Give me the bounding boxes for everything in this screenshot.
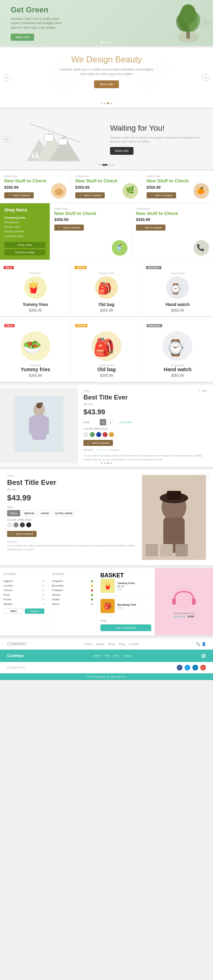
detail2-size-options: SMALL MEDIUM LARGE EXTRA LARGE xyxy=(7,510,135,516)
category-card-fries: SALE Food Item 🍟 Yummy fries $350.99 xyxy=(0,260,70,316)
email-button[interactable]: Email for today xyxy=(4,249,45,255)
fries2-image: 🥗 xyxy=(19,330,51,362)
linkedin-icon[interactable]: in xyxy=(192,665,198,670)
fries-name: Yummy fries xyxy=(3,302,67,307)
bag2-price: $350.99 xyxy=(75,374,138,377)
shop-collect-1: Collect them xyxy=(136,208,209,210)
size-s[interactable]: S xyxy=(100,419,106,425)
shop-add-basket-0[interactable]: 🛒 Add to basket xyxy=(54,224,84,231)
details-section: DETAILS ────── SUMMARY For our clients w… xyxy=(83,449,208,461)
sidebar-item-computer[interactable]: Computer parts xyxy=(4,234,45,239)
footer-nav-contact[interactable]: Contact xyxy=(129,643,139,646)
detail2-color-3[interactable] xyxy=(26,522,31,527)
detail2-color-1[interactable] xyxy=(13,522,18,527)
basket-title: BASKET xyxy=(101,572,152,579)
twitter-icon[interactable]: t xyxy=(184,665,190,670)
bag2-image: 🎒 xyxy=(91,330,122,362)
category-items-grid: SALE Food Item 🍟 Yummy fries $350.99 OFF… xyxy=(0,260,213,316)
bag-image: 🎒 xyxy=(94,275,119,300)
hero1-description: However, back over in really some projec… xyxy=(11,17,67,30)
shop-collect-0: Collect them xyxy=(54,208,127,210)
footer-nav-blog[interactable]: Blog xyxy=(119,643,125,646)
filter-appear-btn[interactable]: Appear xyxy=(25,608,45,614)
hero2-button[interactable]: More Info xyxy=(94,80,119,88)
fries2-name: Yummy fries xyxy=(4,367,66,372)
add-basket-button-2[interactable]: 🛒 Add to basket xyxy=(147,192,176,198)
sidebar-item-garden[interactable]: Garden animals xyxy=(4,229,45,234)
product-img-0 xyxy=(50,182,68,200)
footer-bar-nav-mili[interactable]: Mi Li xyxy=(114,654,120,657)
category-card-bag: OFFER School is here 🎒 Old bag $350.99 xyxy=(71,260,142,316)
googleplus-icon[interactable]: G+ xyxy=(200,665,206,670)
footer-bar-nav-wor[interactable]: Wor xyxy=(105,654,110,657)
product-card-1: Collect them New Stuff to Check $350.99 … xyxy=(71,171,142,203)
footer-nav-shop[interactable]: Shop xyxy=(108,643,115,646)
svg-rect-49 xyxy=(29,417,35,434)
color-opt-3[interactable] xyxy=(102,432,107,437)
add-basket-button-1[interactable]: 🛒 Add to basket xyxy=(75,192,105,198)
city-london: London 18 xyxy=(3,583,44,588)
hero3-prev-nav[interactable]: < xyxy=(3,136,11,143)
promo-product-label: Best headphone Best Buy $100 xyxy=(174,612,194,618)
hero3-button[interactable]: More Info xyxy=(110,147,133,155)
sidebar-item-decorations[interactable]: Decorations xyxy=(4,220,45,224)
footer-navigation: Home About Shop Blog Contact xyxy=(85,643,139,646)
detail2-add-basket-button[interactable]: 🛒 Add to basket xyxy=(7,531,37,537)
watch2-badge: SOLDOUT xyxy=(147,324,162,327)
checkout-button[interactable]: Go to checkout xyxy=(101,624,152,631)
footer-nav-home[interactable]: Home xyxy=(85,643,92,646)
city-portland: Portland xyxy=(52,588,93,593)
detail2-title: Best Title Ever xyxy=(7,478,135,487)
basket-bag-info: Backbag Chik Qty: 1 xyxy=(117,603,152,609)
detail2-details-title: DETAILS xyxy=(7,541,135,543)
shop-add-basket-1[interactable]: 🛒 Add to basket xyxy=(136,224,165,231)
chat-button[interactable]: Food chats xyxy=(4,242,45,248)
category-card-bag-2: OFFER 🎒 School is here Old bag $350.99 xyxy=(71,317,142,382)
detail2-size-small[interactable]: SMALL xyxy=(7,510,20,516)
color-opt-0[interactable] xyxy=(83,432,88,437)
cart-icon-shop-0: 🛒 xyxy=(58,226,61,229)
add-basket-button-0[interactable]: 🛒 Add to basket xyxy=(4,192,34,198)
detail2-color-2[interactable] xyxy=(20,522,25,527)
watch2-badge-wrap: SOLDOUT xyxy=(147,321,209,329)
footer-bar-nav-cooler[interactable]: Cooler xyxy=(123,654,131,657)
size-l[interactable]: L xyxy=(107,419,114,425)
shop-sidebar: Shop Items Shopping Items Decorations Ki… xyxy=(0,203,50,259)
hero2-dots xyxy=(101,102,112,104)
detail2-color-0[interactable] xyxy=(7,522,12,527)
hero1-button[interactable]: More Info xyxy=(11,33,34,41)
svg-rect-63 xyxy=(192,598,196,605)
facebook-icon[interactable]: f xyxy=(177,665,183,670)
collect-label-1: Collect them xyxy=(75,175,138,177)
shop-sidebar-list: Shopping Items Decorations Kitchen stuff… xyxy=(4,215,45,239)
color-opt-1[interactable] xyxy=(90,432,95,437)
detail2-size-large[interactable]: LARGE xyxy=(38,510,51,516)
fries2-type: Food Item xyxy=(4,364,66,367)
cities-section: CITIES Zagreb 24 London 18 Vienna 32 Par… xyxy=(0,568,213,635)
cities-col-2: CITIES Kingston Bruxelles Portland Athen… xyxy=(48,568,96,635)
detail2-size-xlarge[interactable]: EXTRA LARGE xyxy=(53,510,75,516)
filter-affect-btn[interactable]: Affect xyxy=(3,608,23,614)
athens-status xyxy=(91,594,93,596)
svg-rect-59 xyxy=(160,544,173,557)
shop-product-price-0: $350.99 xyxy=(54,218,127,222)
detail2-color-options xyxy=(7,522,135,527)
color-opt-2[interactable] xyxy=(96,432,101,437)
hero-section-3: < Waiting for You! However, back over in… xyxy=(0,109,213,169)
color-opt-4[interactable] xyxy=(109,432,114,437)
bruxelles-status xyxy=(91,585,93,587)
size-label: SIZE xyxy=(83,421,98,424)
footer-bar-nav-home[interactable]: Home xyxy=(94,654,101,657)
sidebar-item-kitchen[interactable]: Kitchen stuff xyxy=(4,224,45,229)
svg-text:📞: 📞 xyxy=(197,244,205,251)
detail-add-basket-button[interactable]: 🛒 Add to basket xyxy=(83,440,113,446)
footer-nav-about[interactable]: About xyxy=(96,643,104,646)
sidebar-item-shopping[interactable]: Shopping Items xyxy=(4,215,45,220)
watch2-type: Accessories xyxy=(147,364,209,367)
svg-point-52 xyxy=(39,402,43,406)
hero2-next-nav[interactable]: > xyxy=(202,74,210,81)
svg-text:🌿: 🌿 xyxy=(126,186,135,194)
basket-fries-name: Yummy Fries xyxy=(117,582,152,585)
detail2-size-medium[interactable]: MEDIUM xyxy=(22,510,37,516)
hero2-prev-nav[interactable]: < xyxy=(3,74,11,81)
